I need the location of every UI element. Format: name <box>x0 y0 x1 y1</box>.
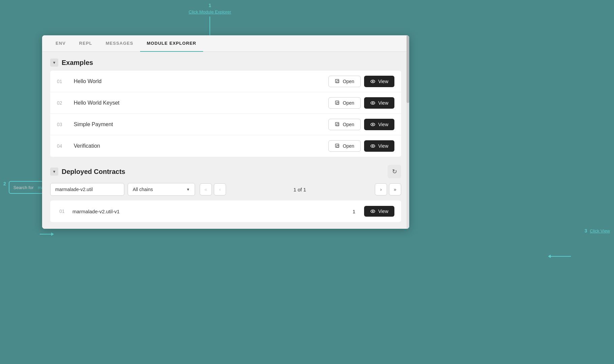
tab-env[interactable]: ENV <box>49 35 72 52</box>
refresh-icon: ↻ <box>392 168 397 175</box>
page-info: 1 of 1 <box>229 187 370 192</box>
last-page-button[interactable]: » <box>389 183 401 195</box>
svg-point-13 <box>372 211 374 212</box>
table-row: 04 Verification Open <box>50 135 401 157</box>
deployed-section-header: ▼ Deployed Contracts ↻ <box>50 165 401 178</box>
pagination-buttons: « ‹ <box>200 183 226 195</box>
deployed-row-number: 01 <box>57 209 67 214</box>
svg-rect-3 <box>335 101 339 104</box>
deployed-view-button[interactable]: View <box>364 206 394 217</box>
eye-icon <box>370 209 376 214</box>
row-actions: Open View <box>328 76 394 87</box>
prev-page-button[interactable]: ‹ <box>214 183 226 195</box>
table-row: 03 Simple Payment Open <box>50 114 401 135</box>
step-2-number: 2 <box>3 181 6 186</box>
view-button-2[interactable]: View <box>364 97 394 109</box>
step-3-arrow <box>548 255 571 258</box>
scrollbar[interactable] <box>407 35 409 229</box>
open-icon <box>335 79 340 84</box>
row-name: Hello World <box>74 78 328 84</box>
open-icon <box>335 122 340 127</box>
row-number: 02 <box>57 100 74 106</box>
deployed-row-name: marmalade-v2.util-v1 <box>72 209 344 214</box>
examples-toggle[interactable]: ▼ <box>50 59 58 67</box>
tutorial-step-1: 1 Click Module Explorer <box>189 3 231 37</box>
content-area: ▼ Examples 01 Hello World Open <box>42 52 409 229</box>
open-icon <box>335 143 340 149</box>
open-button-3[interactable]: Open <box>328 119 361 130</box>
tab-messages[interactable]: MESSAGES <box>99 35 140 52</box>
step-1-label: Click Module Explorer <box>189 9 231 14</box>
tab-module-explorer[interactable]: MODULE EXPLORER <box>140 35 203 52</box>
open-button-1[interactable]: Open <box>328 76 361 87</box>
eye-icon <box>370 122 376 127</box>
main-panel: ENV REPL MESSAGES MODULE EXPLORER ▼ Exam… <box>42 35 409 229</box>
svg-point-2 <box>372 81 374 82</box>
step-1-arrow <box>209 16 210 37</box>
step-2-arrow <box>40 232 54 236</box>
open-icon <box>335 100 340 106</box>
svg-point-5 <box>372 102 374 104</box>
chain-select-value: All chains <box>133 187 184 192</box>
chevron-down-icon: ▼ <box>186 187 190 191</box>
row-name: Verification <box>74 143 328 149</box>
deployed-toggle[interactable]: ▼ <box>50 168 58 176</box>
tab-bar: ENV REPL MESSAGES MODULE EXPLORER <box>42 35 409 52</box>
deployed-row-chain: 1 <box>344 209 364 214</box>
step-1-number: 1 <box>208 3 211 8</box>
svg-point-11 <box>372 145 374 147</box>
deployed-title-area: ▼ Deployed Contracts <box>50 168 388 176</box>
row-actions: Open View <box>328 97 394 109</box>
svg-rect-9 <box>335 144 339 147</box>
first-page-button[interactable]: « <box>200 183 212 195</box>
row-actions: Open View <box>328 140 394 152</box>
svg-rect-6 <box>335 122 339 126</box>
view-button-4[interactable]: View <box>364 140 394 152</box>
examples-section-header: ▼ Examples <box>50 59 401 67</box>
search-input[interactable] <box>50 183 124 196</box>
eye-icon <box>370 143 376 149</box>
deployed-row: 01 marmalade-v2.util-v1 1 View <box>50 201 401 222</box>
eye-icon <box>370 79 376 84</box>
svg-rect-0 <box>335 79 339 83</box>
step-2-prefix: Search for <box>13 185 34 190</box>
svg-point-8 <box>372 124 374 125</box>
deployed-title: Deployed Contracts <box>62 168 125 176</box>
eye-icon <box>370 100 376 106</box>
filter-row: All chains ▼ « ‹ 1 of 1 › » <box>50 183 401 196</box>
row-name: Hello World Keyset <box>74 100 328 106</box>
open-button-2[interactable]: Open <box>328 97 361 109</box>
tutorial-step-3: 3 Click View <box>584 228 610 233</box>
examples-table: 01 Hello World Open <box>50 71 401 157</box>
next-page-button[interactable]: › <box>375 183 387 195</box>
view-button-3[interactable]: View <box>364 119 394 130</box>
chain-select[interactable]: All chains ▼ <box>128 183 195 196</box>
scrollbar-thumb <box>407 35 409 103</box>
tab-repl[interactable]: REPL <box>72 35 99 52</box>
step-3-label: Click View <box>590 228 610 233</box>
pagination-next-buttons: › » <box>375 183 401 195</box>
refresh-button[interactable]: ↻ <box>388 165 401 178</box>
row-actions: Open View <box>328 119 394 130</box>
table-row: 01 Hello World Open <box>50 71 401 92</box>
table-row: 02 Hello World Keyset Open <box>50 92 401 114</box>
row-number: 03 <box>57 122 74 127</box>
row-number: 01 <box>57 79 74 84</box>
row-number: 04 <box>57 143 74 149</box>
open-button-4[interactable]: Open <box>328 140 361 152</box>
examples-title: Examples <box>62 59 93 67</box>
row-name: Simple Payment <box>74 121 328 128</box>
step-3-number: 3 <box>584 228 587 233</box>
view-button-1[interactable]: View <box>364 76 394 87</box>
deployed-table: 01 marmalade-v2.util-v1 1 View <box>50 201 401 222</box>
